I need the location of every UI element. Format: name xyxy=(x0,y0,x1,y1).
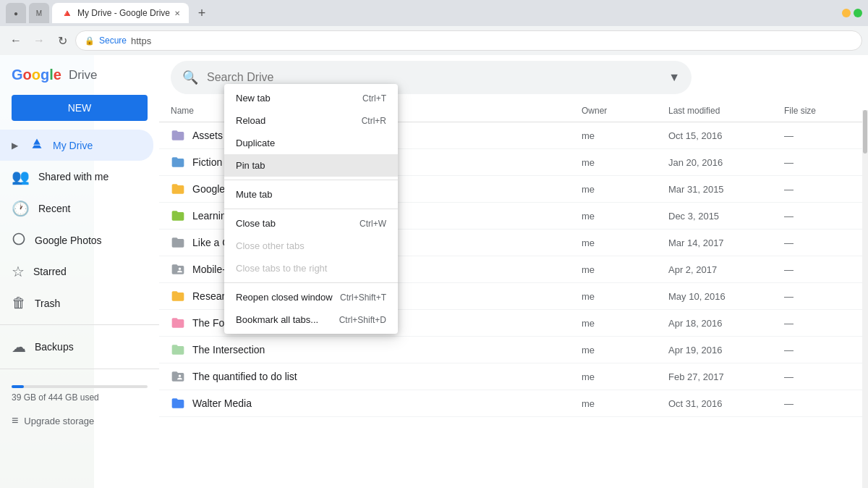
sidebar-item-my-drive[interactable]: ▶ My Drive xyxy=(0,130,153,161)
sidebar-item-backups[interactable]: ☁ Backups xyxy=(0,331,153,363)
menu-item-reload[interactable]: Reload Ctrl+R xyxy=(224,109,398,132)
file-owner: me xyxy=(582,237,668,248)
menu-item-pin-tab[interactable]: Pin tab xyxy=(224,154,398,177)
address-bar[interactable]: 🔒 Secure https xyxy=(75,30,862,51)
back-button[interactable]: ← xyxy=(6,30,26,51)
sidebar-item-photos[interactable]: Google Photos xyxy=(0,224,153,256)
browser-chrome: ● M 🔺 My Drive - Google Drive ✕ + ← → ↻ … xyxy=(0,0,868,55)
file-size: — xyxy=(784,291,856,302)
app-container: Google Drive NEW ▶ My Drive 👥 Shared wit… xyxy=(0,55,868,488)
folder-icon xyxy=(171,342,185,357)
table-row[interactable]: Walter Media me Oct 31, 2016 — xyxy=(159,390,868,417)
file-owner: me xyxy=(582,184,668,195)
col-size: File size xyxy=(784,106,856,116)
new-tab-button[interactable]: + xyxy=(192,3,212,23)
table-row[interactable]: The quantified to do list me Feb 27, 201… xyxy=(159,363,868,390)
file-name: Walter Media xyxy=(192,397,252,409)
menu-item-label: Duplicate xyxy=(236,138,275,148)
browser-topbar: ● M 🔺 My Drive - Google Drive ✕ + xyxy=(0,0,868,26)
file-name-cell: Walter Media xyxy=(171,396,582,411)
file-owner: me xyxy=(582,371,668,382)
url-display: https xyxy=(131,35,151,46)
menu-item-bookmark-all-tabs[interactable]: Bookmark all tabs... Ctrl+Shift+D xyxy=(224,308,398,331)
menu-item-label: Close other tabs xyxy=(236,240,305,251)
tab-close-button[interactable]: ✕ xyxy=(174,9,180,17)
menu-item-new-tab[interactable]: New tab Ctrl+T xyxy=(224,87,398,109)
search-input[interactable] xyxy=(207,71,660,84)
my-drive-icon xyxy=(30,137,44,153)
file-size: — xyxy=(784,264,856,275)
upgrade-storage-button[interactable]: ≡ Upgrade storage xyxy=(0,408,159,433)
file-modified: Oct 15, 2016 xyxy=(668,130,784,141)
google-logo: Google xyxy=(12,67,61,83)
upgrade-icon: ≡ xyxy=(12,414,18,427)
file-size: — xyxy=(784,398,856,409)
file-size: — xyxy=(784,157,856,168)
tab-other-2[interactable]: M xyxy=(29,3,49,23)
sidebar-divider xyxy=(0,324,159,325)
file-modified: May 10, 2016 xyxy=(668,291,784,302)
folder-icon xyxy=(171,235,185,250)
sidebar-item-label-shared: Shared with me xyxy=(38,171,109,182)
arrow-icon: ▶ xyxy=(12,140,18,151)
minimize-button[interactable] xyxy=(842,9,851,17)
people-icon: 👥 xyxy=(12,168,30,185)
menu-item-label: Close tabs to the right xyxy=(236,263,327,274)
storage-text: 39 GB of 444 GB used xyxy=(12,392,99,403)
reload-button[interactable]: ↻ xyxy=(52,30,72,51)
sidebar-item-starred[interactable]: ☆ Starred xyxy=(0,256,153,287)
menu-item-reopen-closed-window[interactable]: Reopen closed window Ctrl+Shift+T xyxy=(224,286,398,308)
file-owner: me xyxy=(582,291,668,302)
menu-item-shortcut: Ctrl+W xyxy=(359,219,386,229)
menu-item-shortcut: Ctrl+Shift+D xyxy=(339,315,386,325)
file-owner: me xyxy=(582,318,668,329)
file-modified: Feb 27, 2017 xyxy=(668,371,784,382)
sidebar-item-label-recent: Recent xyxy=(38,203,70,214)
menu-item-mute-tab[interactable]: Mute tab xyxy=(224,183,398,206)
file-size: — xyxy=(784,130,856,141)
menu-item-close-tab[interactable]: Close tab Ctrl+W xyxy=(224,212,398,235)
file-name: The quantified to do list xyxy=(192,371,297,382)
menu-item-label: Reload xyxy=(236,115,265,126)
sidebar-item-recent[interactable]: 🕐 Recent xyxy=(0,193,153,224)
menu-separator xyxy=(224,209,398,209)
scrollbar-track[interactable] xyxy=(862,110,868,488)
file-modified: Jan 20, 2016 xyxy=(668,157,784,168)
new-button[interactable]: NEW xyxy=(12,95,148,121)
table-row[interactable]: The Intersection me Apr 19, 2016 — xyxy=(159,337,868,363)
file-owner: me xyxy=(582,157,668,168)
folder-icon xyxy=(171,128,185,143)
file-owner: me xyxy=(582,264,668,275)
scrollbar-thumb[interactable] xyxy=(863,110,867,153)
menu-item-close-other-tabs: Close other tabs xyxy=(224,235,398,257)
window-controls xyxy=(842,9,862,17)
file-modified: Dec 3, 2015 xyxy=(668,211,784,222)
menu-separator xyxy=(224,180,398,180)
sidebar-item-trash[interactable]: 🗑 Trash xyxy=(0,287,153,319)
file-name-cell: The quantified to do list xyxy=(171,369,582,384)
storage-bar-fill xyxy=(12,385,24,388)
search-icon: 🔍 xyxy=(182,70,198,85)
context-menu: New tab Ctrl+T Reload Ctrl+R Duplicate P… xyxy=(224,84,398,334)
file-name: The Intersection xyxy=(192,344,265,356)
dropdown-arrow-icon[interactable]: ▼ xyxy=(668,71,680,84)
menu-item-close-tabs-to-the-right: Close tabs to the right xyxy=(224,257,398,279)
photos-icon xyxy=(12,232,26,248)
menu-separator xyxy=(224,282,398,283)
folder-icon xyxy=(171,289,185,303)
tab-other-1[interactable]: ● xyxy=(6,3,26,23)
maximize-button[interactable] xyxy=(854,9,862,17)
cloud-icon: ☁ xyxy=(12,338,26,356)
tab-active[interactable]: 🔺 My Drive - Google Drive ✕ xyxy=(52,3,189,23)
file-modified: Mar 31, 2015 xyxy=(668,184,784,195)
file-size: — xyxy=(784,318,856,329)
file-modified: Mar 14, 2017 xyxy=(668,237,784,248)
forward-button[interactable]: → xyxy=(29,30,49,51)
menu-item-duplicate[interactable]: Duplicate xyxy=(224,132,398,154)
sidebar: Google Drive NEW ▶ My Drive 👥 Shared wit… xyxy=(0,55,159,488)
sidebar-item-shared[interactable]: 👥 Shared with me xyxy=(0,161,153,193)
app-logo: Google Drive xyxy=(0,61,159,95)
file-size: — xyxy=(784,237,856,248)
file-modified: Apr 19, 2016 xyxy=(668,345,784,356)
menu-item-label: Pin tab xyxy=(236,160,265,171)
